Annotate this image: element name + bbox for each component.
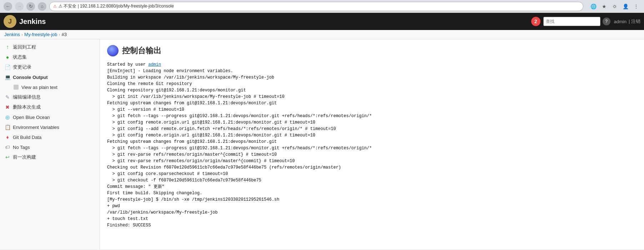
- bookmark-icon[interactable]: ★: [600, 2, 608, 11]
- user-link[interactable]: admin: [148, 62, 161, 67]
- sidebar: ↑ 返回到工程 ● 状态集 📄 变更记录 💻 Console Output Vi…: [0, 39, 100, 249]
- git-icon: ♦: [4, 134, 11, 140]
- sidebar-item-git-build-data[interactable]: ♦ Git Build Data: [0, 132, 100, 142]
- sidebar-label-blue-ocean: Open Blue Ocean: [13, 115, 50, 120]
- breadcrumb: Jenkins › My-freestyle-job › #3: [0, 30, 644, 39]
- delete-icon: ✖: [4, 104, 11, 110]
- plain-text-icon: [13, 84, 19, 90]
- address-text: ⚠ 不安全 | 192.168.1.22:8080/job/My-freesty…: [59, 3, 174, 9]
- menu-icon[interactable]: ⋮: [632, 2, 640, 11]
- forward-button[interactable]: →: [15, 2, 24, 11]
- jenkins-logo-text: Jenkins: [19, 18, 46, 26]
- address-bar[interactable]: ⚠ ⚠ 不安全 | 192.168.1.22:8080/job/My-frees…: [49, 2, 583, 11]
- edit-icon: ✎: [4, 94, 11, 100]
- breadcrumb-jenkins[interactable]: Jenkins: [4, 32, 20, 37]
- sidebar-item-console-output[interactable]: 💻 Console Output: [0, 72, 100, 82]
- sidebar-label-changes: 变更记录: [13, 64, 31, 70]
- sidebar-label-console: Console Output: [13, 75, 48, 80]
- sidebar-label-no-tags: No Tags: [13, 145, 30, 150]
- sidebar-label-env: Environment Variables: [13, 125, 59, 130]
- back-button[interactable]: ←: [4, 2, 12, 11]
- browser-icons: 🌐 ★ ⛭ 👤 ⋮: [589, 2, 640, 11]
- sidebar-item-changes[interactable]: 📄 变更记录: [0, 62, 100, 72]
- sidebar-label-git: Git Build Data: [13, 135, 41, 140]
- header-logout[interactable]: | 注销: [629, 18, 640, 25]
- sidebar-label-plain-text: View as plain text: [21, 85, 57, 90]
- page-title: 控制台输出: [122, 45, 161, 56]
- refresh-button[interactable]: ↻: [26, 2, 35, 11]
- page-title-icon: [107, 45, 119, 56]
- sidebar-item-status[interactable]: ● 状态集: [0, 52, 100, 62]
- content-area: 控制台输出 Started by user admin [EnvInject] …: [100, 39, 644, 249]
- sidebar-item-view-plain-text[interactable]: View as plain text: [0, 82, 100, 92]
- console-icon: 💻: [4, 74, 11, 80]
- prev-icon: ↩: [4, 154, 11, 160]
- header-search-input[interactable]: [543, 17, 600, 26]
- sidebar-label-edit: 编辑编译信息: [13, 94, 41, 100]
- sidebar-item-no-tags[interactable]: 🏷 No Tags: [0, 142, 100, 152]
- breadcrumb-job[interactable]: My-freestyle-job: [24, 32, 57, 37]
- main-layout: ↑ 返回到工程 ● 状态集 📄 变更记录 💻 Console Output Vi…: [0, 39, 644, 249]
- env-icon: 📋: [4, 124, 11, 130]
- jenkins-logo-icon: J: [4, 15, 16, 28]
- translate-icon[interactable]: 🌐: [589, 2, 598, 11]
- sidebar-label-back: 返回到工程: [13, 44, 36, 50]
- sidebar-item-back-to-project[interactable]: ↑ 返回到工程: [0, 42, 100, 52]
- sidebar-item-prev-build[interactable]: ↩ 前一次构建: [0, 152, 100, 162]
- arrow-up-icon: ↑: [4, 44, 11, 50]
- header-user[interactable]: admin: [614, 19, 627, 24]
- sidebar-item-env-variables[interactable]: 📋 Environment Variables: [0, 122, 100, 132]
- sidebar-label-prev: 前一次构建: [13, 154, 36, 160]
- jenkins-logo[interactable]: J Jenkins: [4, 15, 46, 28]
- console-output: Started by user admin [EnvInject] - Load…: [107, 61, 637, 229]
- home-button[interactable]: ⌂: [38, 2, 46, 11]
- security-icon: ⚠: [53, 4, 57, 9]
- profile-icon[interactable]: 👤: [621, 2, 630, 11]
- status-icon: ●: [4, 54, 11, 60]
- changes-icon: 📄: [4, 64, 11, 70]
- sidebar-item-edit-build-info[interactable]: ✎ 编辑编译信息: [0, 92, 100, 102]
- help-icon[interactable]: ?: [603, 18, 610, 25]
- breadcrumb-sep-1: ›: [21, 32, 23, 37]
- extension-icon[interactable]: ⛭: [610, 2, 619, 11]
- blue-ocean-icon: ◎: [4, 114, 11, 120]
- page-title-row: 控制台输出: [107, 45, 637, 56]
- sidebar-label-status: 状态集: [13, 54, 27, 60]
- notification-badge[interactable]: 2: [531, 17, 540, 26]
- tags-icon: 🏷: [4, 144, 11, 150]
- sidebar-label-delete: 删除本次生成: [13, 104, 41, 110]
- browser-bar: ← → ↻ ⌂ ⚠ ⚠ 不安全 | 192.168.1.22:8080/job/…: [0, 0, 644, 13]
- sidebar-item-open-blue-ocean[interactable]: ◎ Open Blue Ocean: [0, 112, 100, 122]
- jenkins-header: J Jenkins 2 ? admin | 注销: [0, 13, 644, 30]
- breadcrumb-current: #3: [62, 32, 67, 37]
- sidebar-item-delete-build[interactable]: ✖ 删除本次生成: [0, 102, 100, 112]
- breadcrumb-sep-2: ›: [59, 32, 60, 37]
